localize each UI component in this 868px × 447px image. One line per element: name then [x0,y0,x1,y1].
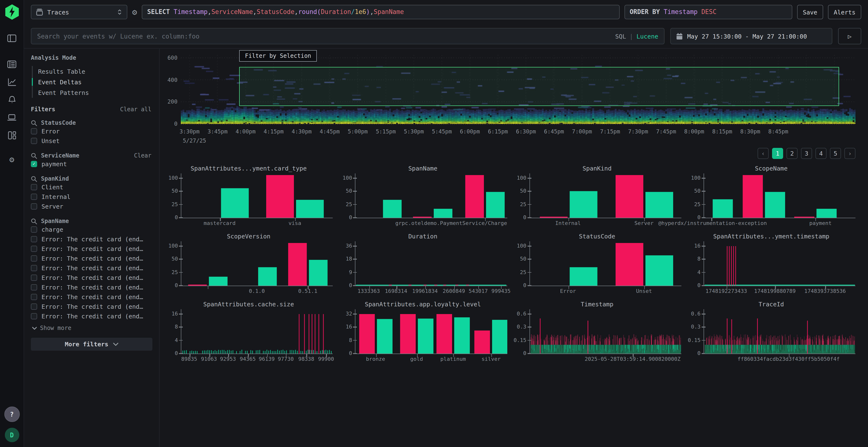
filter-option[interactable]: Error: The credit card (end… [31,253,154,263]
save-button[interactable]: Save [797,5,823,19]
search-results-icon[interactable] [5,58,18,70]
mini-chart-8[interactable]: SpanAttributes...yment.timestamp04816174… [687,233,856,295]
page-prev-button[interactable]: ‹ [757,148,769,159]
checkbox[interactable] [31,284,37,290]
mini-chart-title: Duration [339,233,507,241]
analysis-mode-item-event-deltas[interactable]: Event Deltas [33,77,159,87]
filter-option[interactable]: Error: The credit card (end… [31,311,154,321]
checkbox[interactable] [31,245,37,252]
heatmap-x-tick: 4:00pm [236,128,255,135]
page-button-4[interactable]: 4 [815,148,827,159]
page-button-5[interactable]: 5 [830,148,841,159]
mini-chart-6[interactable]: Duration09183613333631698314199618342600… [339,233,507,295]
clear-all-link[interactable]: Clear all [120,106,151,113]
filter-option-label: Error: The credit card (end… [41,293,143,300]
filter-group-clear-link[interactable]: Clear [134,152,151,159]
sessions-laptop-icon[interactable] [5,111,18,124]
checkbox[interactable]: ✓ [31,161,37,167]
checkbox[interactable] [31,303,37,309]
date-range-picker[interactable]: May 27 15:30:00 - May 27 21:00:00 [670,28,832,44]
heatmap-x-tick: 6:45pm [544,128,564,135]
filter-option[interactable]: Error: The credit card (end… [31,282,154,292]
heatmap-selection[interactable] [239,67,839,106]
alerts-bell-icon[interactable] [5,94,18,106]
mini-chart-5[interactable]: ScopeVersion025501000.1.00.51.1 [164,233,333,295]
order-by-input[interactable]: ORDER BY Timestamp DESC [624,5,792,19]
alerts-button[interactable]: Alerts [828,5,861,19]
filter-by-selection-tooltip[interactable]: Filter by Selection [239,50,317,62]
filter-option[interactable]: Internal [31,192,154,201]
checkbox[interactable] [31,236,37,242]
checkbox[interactable] [31,138,37,144]
checkbox[interactable] [31,128,37,134]
filter-option[interactable]: charge [31,225,154,234]
checkbox[interactable] [31,194,37,200]
mini-chart-9[interactable]: SpanAttributes.cache.size048168983591063… [164,301,333,363]
run-query-button[interactable]: ▷ [838,28,861,44]
mini-chart-2[interactable]: SpanName02550100grpc.oteldemo.PaymentSer… [339,165,507,227]
checkbox[interactable] [31,255,37,261]
query-language-toggle: SQL | Lucene [615,33,658,40]
mini-chart-12[interactable]: TraceId00.150.30.6ff860334facdb23d3f430f… [687,301,856,363]
filter-group-name[interactable]: StatusCode [41,119,76,126]
search-input[interactable]: Search your events w/ Lucene ex. column:… [31,28,664,44]
mini-chart-7[interactable]: StatusCode02550100ErrorUnset [513,233,681,295]
language-lucene-option[interactable]: Lucene [637,33,658,40]
filter-group-name[interactable]: SpanKind [41,175,69,182]
source-settings-gear-icon[interactable]: ⚙ [132,8,137,16]
filter-option[interactable]: Error: The credit card (end… [31,302,154,311]
filter-option[interactable]: Error: The credit card (end… [31,273,154,282]
dashboards-icon[interactable] [5,129,18,142]
query-toolbar: Traces ⚙ SELECT Timestamp,ServiceName,St… [24,0,868,24]
filter-option[interactable]: Client [31,182,154,192]
checkbox[interactable] [31,265,37,271]
mini-chart-3[interactable]: SpanKind02550100InternalServer [513,165,681,227]
source-select[interactable]: Traces [31,5,127,19]
heatmap-y-tick: 200 [167,99,178,105]
mini-chart-x-axis: 8983591063929539436596139977309833899900 [181,356,333,363]
filter-option-label: Error: The credit card (end… [41,264,143,271]
checkbox[interactable] [31,294,37,300]
checkbox[interactable] [31,184,37,190]
select-clause-input[interactable]: SELECT Timestamp,ServiceName,StatusCode,… [142,5,620,19]
filter-option[interactable]: ✓payment [31,159,154,169]
settings-gear-icon[interactable]: ⚙ [5,153,18,166]
filter-option[interactable]: Server [31,201,154,211]
mini-chart-1[interactable]: SpanAttributes...yment.card_type02550100… [164,165,333,227]
page-button-2[interactable]: 2 [786,148,798,159]
language-sql-option[interactable]: SQL [615,33,626,40]
filter-group-name[interactable]: SpanName [41,218,69,225]
filter-option[interactable]: Error: The credit card (end… [31,234,154,244]
analysis-mode-item-results-table[interactable]: Results Table [33,66,159,77]
app-logo-icon[interactable] [4,4,20,20]
filter-option[interactable]: Error [31,126,154,136]
filter-option[interactable]: Error: The credit card (end… [31,263,154,273]
more-filters-button[interactable]: More filters [31,338,152,351]
checkbox[interactable] [31,313,37,319]
filter-option[interactable]: Unset [31,136,154,145]
events-heatmap[interactable]: Filter by Selection [181,54,856,127]
user-avatar[interactable]: D [5,428,19,442]
chart-explorer-icon[interactable] [5,76,18,88]
heatmap-x-tick: 5:45pm [432,128,452,135]
mini-chart-y-axis: 02550100 [339,173,355,218]
mini-chart-title: SpanAttributes...yment.timestamp [687,233,856,241]
checkbox[interactable] [31,226,37,232]
page-next-button[interactable]: › [844,148,856,159]
checkbox[interactable] [31,274,37,281]
filter-option[interactable]: Error: The credit card (end… [31,244,154,253]
page-button-1[interactable]: 1 [772,148,783,159]
mini-chart-4[interactable]: ScopeName02550100@hyperdx/instrumentatio… [687,165,856,227]
mini-chart-10[interactable]: SpanAttributes.app.loyalty.level081632br… [339,301,507,363]
mini-chart-title: SpanAttributes.app.loyalty.level [339,301,507,309]
mini-chart-11[interactable]: Timestamp00.150.30.62025-05-28T03:59:14.… [513,301,681,363]
panel-toggle-icon[interactable] [5,32,18,44]
filter-option[interactable]: Error: The credit card (end… [31,292,154,302]
mini-chart-title: SpanKind [513,165,681,173]
page-button-3[interactable]: 3 [801,148,812,159]
show-more-link[interactable]: Show more [32,325,152,332]
help-button[interactable]: ? [4,407,20,422]
filter-group-name[interactable]: ServiceName [41,152,79,159]
analysis-mode-item-event-patterns[interactable]: Event Patterns [33,87,159,98]
checkbox[interactable] [31,203,37,209]
